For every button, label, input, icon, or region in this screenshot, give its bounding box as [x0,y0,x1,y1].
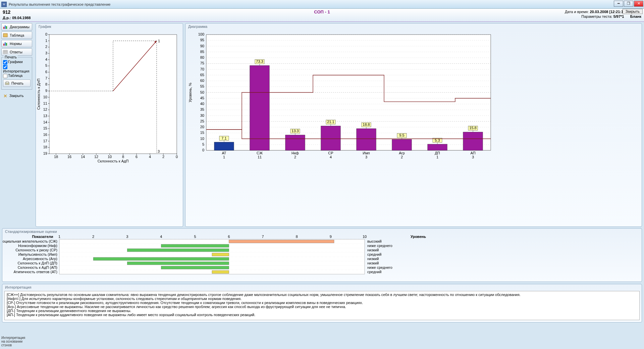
svg-text:14: 14 [81,155,85,159]
svg-text:2: 2 [92,235,94,239]
svg-text:Социальная желательность (СЖ): Социальная желательность (СЖ) [2,239,57,243]
svg-text:АП: АП [470,151,475,155]
svg-text:6: 6 [45,70,47,74]
svg-text:3: 3 [365,155,367,159]
svg-rect-3 [3,34,7,37]
svg-rect-218 [93,257,229,260]
svg-text:низкий: низкий [367,248,379,252]
cb-table-input[interactable] [3,74,7,78]
minimize-button[interactable]: ━ [614,1,623,7]
svg-text:1: 1 [436,155,438,159]
answers-button[interactable]: Ответы [1,48,32,56]
close-icon: ✕ [3,93,8,98]
svg-rect-141 [285,135,305,150]
svg-text:Склонность к АдП: Склонность к АдП [98,159,129,163]
svg-text:18: 18 [54,155,58,159]
svg-text:6: 6 [228,235,230,239]
print-button[interactable]: Печать [3,80,31,87]
svg-text:Импульсивность (Имп): Импульсивность (Имп) [18,252,57,256]
norms-button[interactable]: Нормы [1,40,32,47]
svg-text:9.5: 9.5 [399,133,404,137]
svg-rect-1 [5,26,6,29]
svg-text:3: 3 [45,51,47,55]
svg-text:СР: СР [328,151,333,155]
svg-rect-13 [6,82,8,83]
svg-text:40: 40 [200,102,204,106]
diagrams-button[interactable]: Диаграммы [1,23,32,31]
cb-interp-input[interactable] [3,65,7,69]
svg-rect-135 [250,65,269,150]
header: 912 Д.р.: 09.04.1988 СОП - 1 Дата и врем… [0,9,644,22]
svg-text:2: 2 [45,45,47,49]
svg-text:60: 60 [200,79,204,83]
svg-rect-7 [3,50,7,54]
svg-text:4: 4 [149,155,151,159]
svg-text:11: 11 [43,101,47,105]
svg-text:Склонность к ДлП: Склонность к ДлП [37,79,41,110]
table-icon [3,33,8,38]
svg-text:3: 3 [126,235,128,239]
svg-rect-165 [428,144,447,150]
svg-rect-202 [229,240,334,243]
table-label: Таблица [10,33,24,37]
svg-rect-4 [3,44,4,46]
svg-rect-5 [5,42,6,46]
chart-title: Диаграмма [185,23,642,30]
close-button-top[interactable]: Закрыть [623,9,643,14]
svg-text:5: 5 [194,235,196,239]
svg-text:Склонность к АдП (АП): Склонность к АдП (АП) [18,265,57,269]
svg-rect-2 [6,26,7,29]
svg-text:4: 4 [160,235,162,239]
svg-rect-171 [463,132,483,150]
params-value: 5/97*1 [613,14,624,18]
svg-text:3: 3 [158,149,160,153]
graph-title: График [36,23,183,30]
svg-rect-0 [3,27,4,29]
svg-text:низкий: низкий [367,261,379,265]
svg-rect-6 [6,43,7,46]
svg-text:20: 20 [200,125,204,129]
svg-text:ДП: ДП [435,151,440,155]
cb-table[interactable]: Таблица [3,73,31,78]
svg-text:низкий: низкий [367,257,379,261]
graph-svg: 0123456789101112131415161718191816141210… [36,30,180,167]
svg-rect-129 [214,142,234,150]
svg-text:9: 9 [330,235,332,239]
cb-graphs[interactable]: Графики [3,60,31,64]
cb-interp[interactable]: Интерпретация [3,65,31,73]
svg-text:12: 12 [43,107,47,111]
svg-text:16: 16 [67,155,71,159]
svg-text:2: 2 [401,155,403,159]
svg-rect-214 [212,253,229,256]
maximize-button[interactable]: ❐ [624,1,633,7]
datetime-label: Дата и время: [565,10,589,14]
window-title: Результаты выполнения теста:графическое … [9,2,110,6]
test-name: СОП - 1 [314,9,330,14]
std-panel: Стандартизированные оценки ПоказателиУро… [2,228,642,282]
svg-text:11: 11 [258,155,262,159]
svg-text:средний: средний [367,270,381,274]
table-button[interactable]: Таблица [1,32,32,39]
svg-text:7: 7 [45,76,47,80]
close-button-side[interactable]: ✕ Закрыть [1,92,32,99]
svg-text:2: 2 [294,155,296,159]
svg-text:65: 65 [200,73,204,77]
svg-text:4: 4 [45,57,47,61]
svg-text:7: 7 [262,235,264,239]
window-close-button[interactable]: ✕ [634,1,643,7]
svg-text:высокий: высокий [367,239,382,243]
svg-text:18: 18 [43,145,47,149]
svg-text:Нкф: Нкф [291,151,299,155]
svg-text:95: 95 [200,38,204,42]
svg-text:9: 9 [45,89,47,93]
svg-text:25: 25 [200,119,204,123]
svg-text:15: 15 [43,126,47,130]
svg-text:35: 35 [200,107,204,111]
svg-text:Имп: Имп [363,151,370,155]
svg-text:45: 45 [200,96,204,100]
svg-text:15.8: 15.8 [469,126,476,130]
svg-text:18.8: 18.8 [363,122,370,127]
cb-graphs-input[interactable] [3,60,7,64]
svg-text:Склонность к ДлП (ДП): Склонность к ДлП (ДП) [17,261,57,265]
interp-title: Интерпретация [2,284,642,290]
